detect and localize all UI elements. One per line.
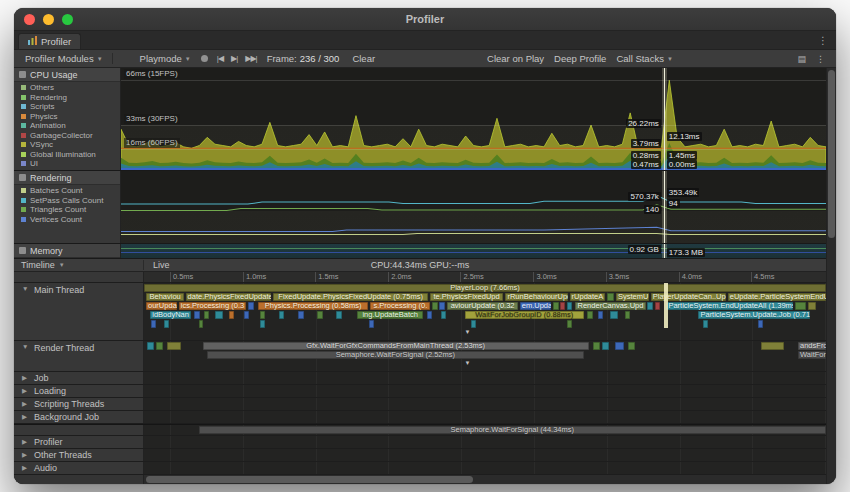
timeline-block[interactable] — [615, 342, 625, 350]
memory-chart[interactable]: 0.92 GB173.3 MB — [121, 244, 826, 258]
timeline-block[interactable]: rUpdateA — [570, 293, 605, 301]
timeline-block[interactable] — [761, 342, 784, 350]
timeline-block[interactable]: Physics.Processing (0.58ms) — [258, 302, 368, 310]
legend-item-setpass-calls-count[interactable]: SetPass Calls Count — [14, 196, 120, 206]
timeline-block[interactable]: FixedUpdate.PhysicsFixedUpdate (0.75ms) — [273, 293, 428, 301]
timeline-block[interactable] — [655, 302, 660, 310]
thread-label-render-thread[interactable]: ▼Render Thread — [14, 341, 144, 371]
legend-item-triangles-count[interactable]: Triangles Count — [14, 205, 120, 215]
vertical-scrollbar[interactable] — [826, 68, 836, 484]
timeline-block[interactable]: date.PhysicsFixedUpdate (0 — [186, 293, 271, 301]
timeline-block[interactable] — [147, 342, 154, 350]
timeline-block[interactable] — [602, 342, 609, 350]
expand-icon[interactable]: ▶ — [22, 374, 30, 382]
legend-item-others[interactable]: Others — [14, 83, 120, 93]
thread-label-profiler[interactable]: ▶Profiler — [14, 436, 144, 448]
thread-label-background-job[interactable]: ▶Background Job — [14, 411, 144, 423]
legend-item-physics[interactable]: Physics — [14, 112, 120, 122]
timeline-block[interactable]: SystemU — [616, 293, 649, 301]
record-icon[interactable] — [201, 55, 208, 62]
expand-icon[interactable]: ▶ — [22, 387, 30, 395]
next-frame-button[interactable]: ▶| — [227, 54, 241, 63]
timeline-block[interactable] — [248, 302, 255, 310]
timeline-block[interactable]: ParticleSystem.Update.Job (0.71ms) — [698, 311, 810, 319]
legend-item-animation[interactable]: Animation — [14, 121, 120, 131]
timeline-block[interactable] — [625, 311, 630, 319]
timeline-block[interactable] — [441, 311, 446, 319]
hscroll-track[interactable] — [144, 475, 826, 484]
timeline-block[interactable] — [567, 320, 572, 328]
close-button[interactable] — [24, 14, 35, 25]
legend-item-global-illumination[interactable]: Global Illumination — [14, 150, 120, 160]
timeline-block[interactable]: PlayerUpdateCan..Updat — [651, 293, 726, 301]
collapse-marker-icon[interactable]: ▼ — [465, 360, 471, 366]
timeline-block[interactable] — [260, 320, 265, 328]
timeline-block[interactable] — [567, 302, 572, 310]
timeline-block[interactable] — [587, 311, 592, 319]
module-header-memory[interactable]: Memory — [14, 244, 120, 258]
timeline-block[interactable]: andsFrom — [798, 342, 826, 350]
timeline-live-toggle[interactable]: Live — [144, 260, 179, 270]
timeline-block[interactable] — [279, 311, 284, 319]
expand-icon[interactable]: ▶ — [22, 451, 30, 459]
timeline-block[interactable] — [317, 311, 322, 319]
call-stacks-dropdown[interactable]: Call Stacks ▼ — [611, 52, 677, 65]
thread-label-main-thread[interactable]: ▼Main Thread — [14, 283, 144, 340]
expand-icon[interactable]: ▶ — [22, 464, 30, 472]
current-frame-button[interactable]: ▶▶| — [241, 54, 260, 63]
timeline-block[interactable] — [628, 342, 635, 350]
timeline-block[interactable]: rRunBehaviourUpd — [505, 293, 568, 301]
timeline-block[interactable] — [427, 311, 432, 319]
timeline-block[interactable] — [336, 311, 341, 319]
timeline-block[interactable] — [808, 302, 816, 310]
timeline-block[interactable]: aviourUpdate (0.32 — [447, 302, 519, 310]
thread-label-job[interactable]: ▶Job — [14, 372, 144, 384]
clear-button[interactable]: Clear — [347, 52, 380, 65]
collapse-icon[interactable]: ▼ — [22, 343, 30, 350]
timeline-block[interactable]: ParticleSystem.EndUpdateAll (1.39ms) — [666, 302, 792, 310]
vscroll-thumb[interactable] — [828, 70, 835, 238]
rendering-chart[interactable]: 570.37k140353.49k94 — [121, 171, 826, 243]
timeline-block[interactable] — [229, 311, 234, 319]
clear-on-play-toggle[interactable]: Clear on Play — [482, 52, 549, 65]
timeline-block[interactable] — [607, 293, 614, 301]
timeline-block[interactable] — [194, 311, 199, 319]
timeline-block[interactable] — [471, 320, 476, 328]
legend-item-ui[interactable]: UI — [14, 159, 120, 169]
collapse-icon[interactable]: ▼ — [22, 285, 30, 292]
timeline-block[interactable] — [593, 342, 600, 350]
timeline-block[interactable] — [610, 311, 618, 319]
timeline-block[interactable] — [164, 320, 169, 328]
timeline-block[interactable]: idBodyNan — [150, 311, 191, 319]
timeline-block[interactable]: s.Processing (0. — [370, 302, 430, 310]
timeline-block[interactable] — [199, 320, 204, 328]
timeline-block[interactable] — [244, 311, 249, 319]
timeline-block[interactable] — [553, 302, 558, 310]
thread-label-scripting-threads[interactable]: ▶Scripting Threads — [14, 398, 144, 410]
legend-item-rendering[interactable]: Rendering — [14, 93, 120, 103]
timeline-block[interactable] — [560, 302, 565, 310]
timeline-block[interactable] — [167, 342, 181, 350]
timeline-block[interactable] — [598, 311, 603, 319]
collapse-marker-icon[interactable]: ▼ — [465, 329, 471, 335]
timeline-block[interactable] — [439, 302, 444, 310]
timeline-block[interactable]: Behaviou — [146, 293, 184, 301]
timeline-block[interactable]: Semaphore.WaitForSignal (2.52ms) — [207, 351, 584, 359]
legend-item-batches-count[interactable]: Batches Count — [14, 186, 120, 196]
timeline-block[interactable] — [369, 320, 374, 328]
zoom-button[interactable] — [62, 14, 73, 25]
tab-menu-icon[interactable]: ⋮ — [810, 35, 836, 46]
legend-item-garbagecollector[interactable]: GarbageCollector — [14, 131, 120, 141]
toolbar-menu-icon[interactable]: ⋮ — [811, 54, 830, 64]
timeline-block[interactable] — [703, 320, 708, 328]
thread-label-other-threads[interactable]: ▶Other Threads — [14, 449, 144, 461]
timeline-block[interactable] — [151, 320, 156, 328]
timeline-block[interactable] — [260, 311, 265, 319]
minimize-button[interactable] — [43, 14, 54, 25]
panel-layout-icon[interactable]: ▤ — [792, 54, 811, 64]
timeline-block[interactable]: ing.UpdateBatch — [357, 311, 422, 319]
thread-label-loading[interactable]: ▶Loading — [14, 385, 144, 397]
timeline-hscrollbar[interactable] — [14, 475, 826, 484]
expand-icon[interactable]: ▶ — [22, 413, 30, 421]
cpu-chart[interactable]: 66ms (15FPS)33ms (30FPS)16ms (60FPS)26.2… — [121, 68, 826, 170]
